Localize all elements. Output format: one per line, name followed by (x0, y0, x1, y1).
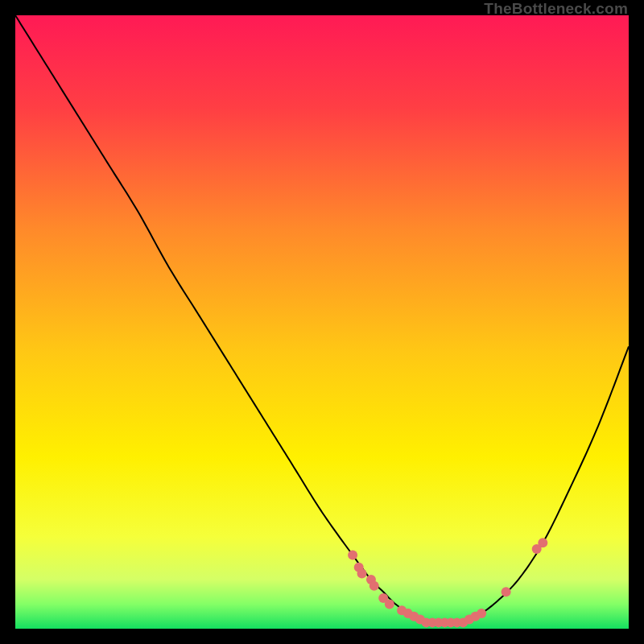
data-point (357, 568, 367, 578)
gradient-background (15, 15, 629, 629)
data-point (369, 581, 379, 591)
data-point (538, 538, 547, 547)
data-point (502, 587, 511, 597)
data-point (385, 600, 394, 609)
chart-plot (15, 15, 629, 629)
data-point (477, 609, 486, 618)
data-point (348, 551, 357, 560)
chart-frame (15, 15, 629, 629)
watermark-text: TheBottleneck.com (484, 0, 628, 18)
